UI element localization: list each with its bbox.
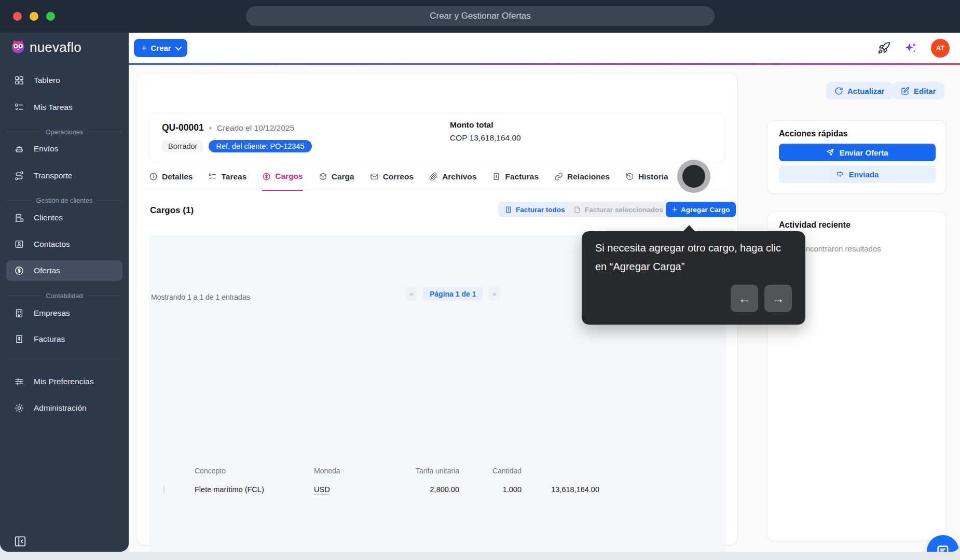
sidebar-item-label: Administración [34, 403, 87, 413]
pagination-controls: « Página 1 de 1 » [405, 287, 500, 301]
plus-icon: + [141, 44, 147, 53]
dollar-circle-icon [262, 172, 271, 181]
close-window-button[interactable] [13, 12, 22, 21]
facturar-seleccionados-button[interactable]: Facturar seleccionados [567, 202, 669, 217]
sidebar-item-envios[interactable]: Envíos [6, 138, 122, 159]
cell-concepto: Flete marítimo (FCL) [195, 485, 314, 494]
tour-tooltip: Si necesita agregar otro cargo, haga cli… [582, 231, 805, 325]
sidebar-divider [7, 359, 121, 359]
maximize-window-button[interactable] [46, 12, 55, 21]
pagination-prev-button[interactable]: « [405, 287, 417, 301]
sidebar-item-administracion[interactable]: Administración [6, 398, 122, 418]
edit-icon [901, 87, 910, 95]
dashboard-grid-icon [13, 75, 25, 86]
sidebar-item-contactos[interactable]: Contactos [6, 234, 122, 255]
sidebar-item-ofertas[interactable]: Ofertas [6, 260, 122, 281]
agregar-cargo-button[interactable]: + Agregar Cargo [666, 202, 736, 217]
route-icon [13, 171, 25, 181]
tab-detalles[interactable]: Detalles [149, 169, 193, 190]
brand-name: nuevaflo [30, 39, 81, 55]
contact-card-icon [13, 239, 25, 249]
paper-plane-icon [826, 148, 834, 157]
crear-button[interactable]: + Crear [134, 39, 187, 57]
cell-moneda[interactable]: USD [314, 485, 330, 495]
paperclip-icon [429, 172, 438, 181]
offer-summary-card: QU-00001 • Creado el 10/12/2025 Borrador… [149, 113, 726, 162]
tour-spotlight-dot [682, 165, 705, 188]
status-badge: Borrador [162, 140, 203, 152]
tab-historia[interactable]: Historia [625, 169, 668, 190]
main-area: + Crear AT [129, 33, 960, 552]
tour-tooltip-text: Si necesita agregar otro cargo, haga cli… [595, 239, 782, 276]
cell-monto: 13,618,164.00 [522, 485, 599, 494]
info-icon [149, 172, 158, 181]
sidebar-item-clientes[interactable]: Clientes [6, 207, 122, 228]
tooltip-caret [683, 225, 695, 231]
editar-button[interactable]: Editar [893, 82, 944, 100]
actualizar-button[interactable]: Actualizar [826, 82, 893, 100]
owl-logo-icon [9, 38, 27, 56]
sidebar-collapse-icon[interactable] [13, 535, 27, 548]
sliders-icon [13, 376, 25, 387]
tab-relaciones[interactable]: Relaciones [554, 169, 610, 190]
window-controls [13, 12, 55, 21]
sidebar-item-transporte[interactable]: Transporte [6, 165, 122, 186]
company-building-icon [13, 308, 25, 318]
enviada-button[interactable]: Enviada [779, 165, 936, 183]
package-icon [319, 172, 327, 181]
sidebar: nuevaflo Tablero Mis Tareas Operaciones [0, 33, 129, 552]
tab-carga[interactable]: Carga [319, 169, 354, 190]
history-clock-icon [625, 172, 634, 181]
total-amount-label: Monto total [450, 120, 521, 130]
dot-separator: • [209, 123, 212, 132]
chevron-down-icon [175, 44, 182, 51]
top-toolbar: + Crear AT [129, 33, 960, 63]
tour-back-button[interactable]: ← [731, 285, 758, 312]
tab-archivos[interactable]: Archivos [429, 169, 476, 190]
sidebar-section-operaciones: Operaciones [6, 124, 122, 139]
facturar-todos-button[interactable]: Facturar todos [498, 202, 571, 217]
refresh-icon [834, 87, 843, 95]
dollar-circle-icon [13, 265, 25, 276]
sidebar-item-mis-preferencias[interactable]: Mis Preferencias [6, 371, 122, 392]
cell-tarifa: 2,800.00 [402, 485, 459, 494]
enviar-oferta-button[interactable]: Enviar Oferta [779, 144, 936, 161]
checklist-icon [13, 102, 25, 113]
sidebar-item-label: Ofertas [34, 266, 60, 275]
tab-tareas[interactable]: Tareas [208, 169, 246, 190]
sparkles-icon[interactable] [904, 41, 917, 55]
brand-logo[interactable]: nuevaflo [9, 38, 81, 56]
sidebar-item-tablero[interactable]: Tablero [6, 70, 122, 91]
sidebar-item-label: Empresas [34, 309, 70, 318]
window-title: Crear y Gestionar Ofertas [246, 6, 715, 26]
gear-icon [13, 403, 25, 413]
tour-next-button[interactable]: → [764, 285, 792, 312]
invoice-icon [13, 334, 25, 344]
file-icon [573, 206, 581, 214]
tab-correos[interactable]: Correos [370, 169, 414, 190]
sidebar-item-mis-tareas[interactable]: Mis Tareas [6, 97, 122, 118]
sidebar-item-label: Transporte [34, 171, 72, 180]
gradient-divider [129, 63, 960, 65]
tab-facturas[interactable]: Facturas [492, 169, 539, 190]
cargos-section-title: Cargos (1) [150, 205, 194, 216]
rocket-icon[interactable] [877, 41, 890, 54]
sidebar-section-contabilidad: Contabilidad [6, 288, 122, 303]
sidebar-item-label: Contactos [34, 240, 70, 249]
sidebar-item-label: Clientes [34, 213, 63, 222]
sidebar-item-empresas[interactable]: Empresas [6, 303, 122, 324]
user-avatar[interactable]: AT [931, 39, 950, 58]
chat-bubble-icon [936, 544, 950, 552]
offer-created-date: Creado el 10/12/2025 [217, 123, 294, 133]
signpost-icon [836, 170, 844, 178]
sidebar-item-facturas[interactable]: Facturas [6, 329, 122, 349]
envelope-icon [370, 172, 379, 181]
row-checkbox[interactable] [163, 484, 164, 494]
invoice-icon [492, 172, 501, 181]
minimize-window-button[interactable] [30, 12, 38, 21]
tab-cargos[interactable]: Cargos [262, 169, 303, 191]
cell-cantidad: 1.000 [459, 485, 522, 494]
invoice-icon [504, 206, 512, 214]
pagination-next-button[interactable]: » [488, 287, 500, 301]
recent-activity-title: Actividad reciente [779, 220, 851, 230]
